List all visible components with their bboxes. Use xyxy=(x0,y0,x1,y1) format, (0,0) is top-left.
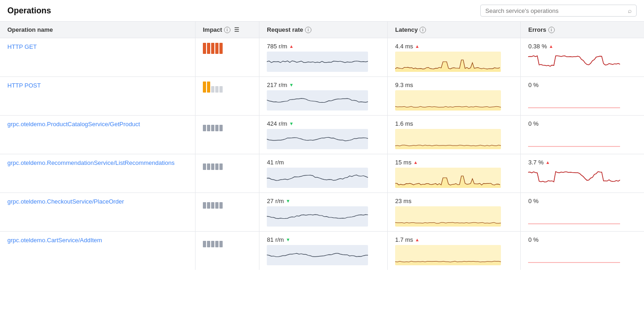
latency-value: 9.3 ms xyxy=(395,82,513,88)
error-chart xyxy=(528,245,620,265)
trend-up-icon: ▲ xyxy=(289,44,293,49)
impact-bar xyxy=(207,82,210,93)
request-rate-cell: 27 r/m▼ xyxy=(259,193,388,232)
impact-bars xyxy=(203,120,252,131)
request-rate-value: 424 r/m▼ xyxy=(267,120,380,127)
latency-value: 4.4 ms▲ xyxy=(395,43,513,50)
request-rate-value: 217 r/m▼ xyxy=(267,82,380,88)
impact-info-icon[interactable]: i xyxy=(224,27,230,33)
error-chart xyxy=(528,52,620,72)
errors-cell: 0.38 %▲ xyxy=(521,38,644,77)
impact-cell xyxy=(195,116,259,154)
impact-bar xyxy=(219,86,223,93)
trend-down-icon: ▼ xyxy=(289,82,293,88)
impact-cell xyxy=(195,193,259,232)
errors-cell: 0 % xyxy=(521,116,644,154)
request-rate-sparkline xyxy=(267,52,368,72)
page-header: Operations ⌕ xyxy=(0,0,644,22)
latency-chart xyxy=(395,129,501,149)
request-rate-sparkline xyxy=(267,245,368,265)
impact-bar xyxy=(203,82,206,93)
errors-value: 3.7 %▲ xyxy=(528,159,637,166)
errors-value: 0.38 %▲ xyxy=(528,43,637,50)
impact-bar xyxy=(211,241,214,247)
impact-bar xyxy=(203,241,206,247)
error-chart xyxy=(528,90,620,111)
impact-cell xyxy=(195,77,259,116)
latency-cell: 1.6 ms xyxy=(388,116,521,154)
operation-name-link[interactable]: grpc.oteldemo.ProductCatalogService/GetP… xyxy=(7,121,140,128)
request-rate-value: 41 r/m xyxy=(267,159,380,166)
errors-cell: 0 % xyxy=(521,193,644,232)
impact-bar xyxy=(215,43,218,54)
operation-name-link[interactable]: grpc.oteldemo.RecommendationService/List… xyxy=(7,159,174,166)
operation-name-cell: HTTP POST xyxy=(0,77,195,116)
error-chart xyxy=(528,206,620,227)
table-row: HTTP POST217 r/m▼9.3 ms 0 % xyxy=(0,77,644,116)
latency-chart xyxy=(395,245,501,265)
request-rate-cell: 785 r/m▲ xyxy=(259,38,388,77)
latency-chart xyxy=(395,206,501,227)
impact-bar xyxy=(211,163,214,170)
impact-filter-icon[interactable]: ☰ xyxy=(234,27,239,33)
latency-value: 23 ms xyxy=(395,198,513,204)
request-rate-cell: 41 r/m xyxy=(259,154,388,193)
request-rate-cell: 81 r/m▼ xyxy=(259,232,388,270)
latency-trend-up-icon: ▲ xyxy=(413,160,418,165)
errors-value: 0 % xyxy=(528,82,637,88)
impact-cell xyxy=(195,38,259,77)
col-header-errors: Errors i xyxy=(521,22,644,38)
errors-cell: 0 % xyxy=(521,77,644,116)
operation-name-link[interactable]: HTTP POST xyxy=(7,82,41,89)
table-header-row: Operation name Impact i ☰ Request rate i xyxy=(0,22,644,38)
search-input[interactable] xyxy=(485,7,628,14)
search-wrapper[interactable]: ⌕ xyxy=(480,5,637,17)
request-rate-value: 785 r/m▲ xyxy=(267,43,380,50)
impact-bar xyxy=(203,163,206,170)
request-rate-sparkline xyxy=(267,90,368,111)
latency-cell: 23 ms xyxy=(388,193,521,232)
impact-bar xyxy=(219,241,223,247)
request-rate-sparkline xyxy=(267,129,368,149)
error-chart xyxy=(528,168,620,188)
latency-value: 1.6 ms xyxy=(395,120,513,127)
impact-bars xyxy=(203,159,252,170)
errors-info-icon[interactable]: i xyxy=(548,27,555,33)
latency-trend-up-icon: ▲ xyxy=(415,44,420,49)
errors-trend-up-icon: ▲ xyxy=(549,44,553,49)
errors-trend-up-icon: ▲ xyxy=(546,160,550,165)
error-chart xyxy=(528,129,620,149)
impact-bar xyxy=(211,202,214,209)
table-row: grpc.oteldemo.CartService/AddItem81 r/m▼… xyxy=(0,232,644,270)
impact-bar xyxy=(207,43,210,54)
latency-info-icon[interactable]: i xyxy=(420,27,426,33)
operation-name-link[interactable]: HTTP GET xyxy=(7,43,37,50)
latency-trend-up-icon: ▲ xyxy=(415,237,420,242)
operation-name-link[interactable]: grpc.oteldemo.CartService/AddItem xyxy=(7,237,102,244)
request-rate-sparkline xyxy=(267,168,368,188)
table-row: HTTP GET785 r/m▲4.4 ms▲ 0.38 %▲ xyxy=(0,38,644,77)
operation-name-cell: grpc.oteldemo.ProductCatalogService/GetP… xyxy=(0,116,195,154)
page-title: Operations xyxy=(7,6,51,16)
impact-bar xyxy=(215,86,218,93)
request-rate-cell: 217 r/m▼ xyxy=(259,77,388,116)
impact-bar xyxy=(211,43,214,54)
request-rate-info-icon[interactable]: i xyxy=(305,27,311,33)
impact-bar xyxy=(207,163,210,170)
impact-bar xyxy=(207,202,210,209)
impact-bars xyxy=(203,82,252,93)
col-header-latency: Latency i xyxy=(388,22,521,38)
impact-bar xyxy=(219,202,223,209)
request-rate-value: 27 r/m▼ xyxy=(267,198,380,204)
impact-bar xyxy=(211,125,214,131)
operations-table-container: Operation name Impact i ☰ Request rate i xyxy=(0,22,644,270)
operation-name-cell: HTTP GET xyxy=(0,38,195,77)
operation-name-link[interactable]: grpc.oteldemo.CheckoutService/PlaceOrder xyxy=(7,198,124,205)
latency-chart xyxy=(395,52,501,72)
impact-bars xyxy=(203,198,252,209)
table-row: grpc.oteldemo.ProductCatalogService/GetP… xyxy=(0,116,644,154)
operation-name-cell: grpc.oteldemo.CartService/AddItem xyxy=(0,232,195,270)
request-rate-value: 81 r/m▼ xyxy=(267,236,380,243)
errors-value: 0 % xyxy=(528,236,637,243)
col-header-impact: Impact i ☰ xyxy=(195,22,259,38)
